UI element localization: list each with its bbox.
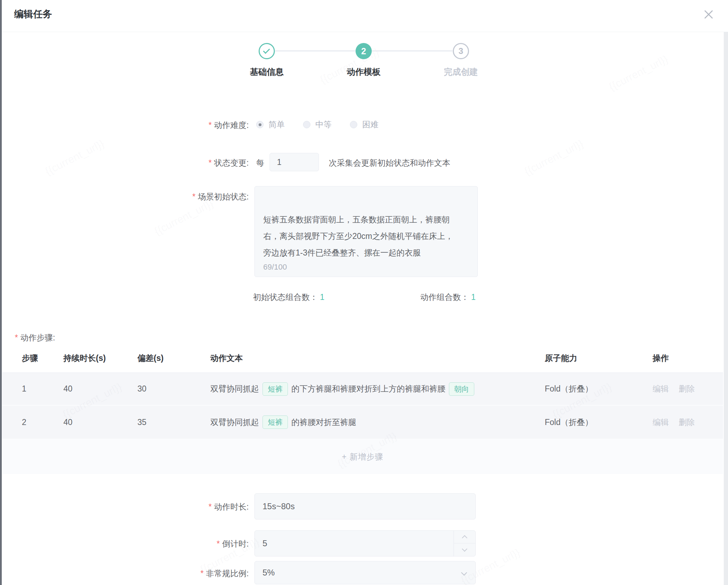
watermark: {{current_url}} [607,53,670,93]
watermark: {{current_url}} [43,137,106,178]
orientation-tag: 朝向 [449,382,474,396]
deviation-value: 30 [137,373,147,405]
step-2-label: 动作模板 [347,66,381,78]
action-combo-count: 动作组合数：1 [420,292,476,303]
state-change-input[interactable]: 1 [270,153,319,171]
col-header-action-text: 动作文本 [210,353,243,364]
required-asterisk: * [200,569,204,578]
required-asterisk: * [209,502,212,511]
row-operations: 编辑 删除 [653,406,695,439]
state-change-suffix: 次采集会更新初始状态和动作文本 [329,158,450,168]
action-steps-label: *动作步骤: [15,332,55,343]
col-header-deviation: 偏差(s) [137,353,164,364]
number-spinner [454,531,475,556]
col-header-operations: 操作 [653,353,669,364]
action-steps-table: 步骤 持续时长(s) 偏差(s) 动作文本 原子能力 操作 1 40 30 双臂… [2,351,723,474]
table-row: 1 40 30 双臂协同抓起 短裤 的下方裤腿和裤腰对折到上方的裤腿和裤腰 朝向… [2,373,723,406]
difficulty-label: *动作难度: [148,120,249,131]
edit-link[interactable]: 编辑 [653,383,669,394]
table-row: 2 40 35 双臂协同抓起 短裤 的裤腰对折至裤腿 Fold（折叠） 编辑 删… [2,406,723,439]
countdown-value: 5 [263,538,267,548]
row-operations: 编辑 删除 [653,373,695,405]
col-header-step: 步骤 [22,353,38,364]
step-1-circle [259,43,275,59]
required-asterisk: * [209,158,212,167]
chevron-down-icon [461,570,467,576]
check-icon [263,47,270,54]
page-background-strip [724,32,728,585]
step-2-number: 2 [361,46,366,56]
required-asterisk: * [217,539,220,548]
duration-value: 40 [63,406,73,439]
chevron-down-icon [462,546,468,552]
required-asterisk: * [192,192,196,201]
action-combo-value: 1 [471,292,476,302]
object-tag: 短裤 [263,415,288,429]
dialog-title: 编辑任务 [14,8,52,20]
radio-medium[interactable]: 中等 [303,119,332,130]
radio-icon [303,121,310,128]
spinner-down-button[interactable] [454,543,475,556]
state-change-prefix: 每 [256,158,264,168]
step-1-label: 基础信息 [250,66,284,78]
action-text: 双臂协同抓起 短裤 的下方裤腿和裤腰对折到上方的裤腿和裤腰 朝向 [210,373,543,405]
object-tag: 短裤 [263,382,288,396]
add-step-row: + 新增步骤 [2,439,723,474]
chevron-up-icon [462,535,468,541]
difficulty-radio-group: 简单 中等 困难 [256,119,378,130]
scene-initial-state-textarea[interactable]: 短裤五条数据背面朝上，五条数据正面朝上，裤腰朝 右，离头部视野下方至少20cm之… [254,186,478,277]
stepper-connector-2 [372,50,452,51]
radio-selected-icon [256,121,264,128]
radio-icon [350,121,357,128]
required-asterisk: * [209,121,212,130]
step-3-circle: 3 [453,43,469,59]
close-icon[interactable] [703,8,715,20]
required-asterisk: * [15,333,18,342]
deviation-value: 35 [137,406,147,439]
stepper-connector-1 [275,50,355,51]
table-header-row: 步骤 持续时长(s) 偏差(s) 动作文本 原子能力 操作 [2,351,723,373]
radio-easy[interactable]: 简单 [256,119,285,130]
edit-link[interactable]: 编辑 [653,417,669,428]
action-duration-input[interactable]: 15s~80s [254,493,476,519]
step-number: 2 [22,406,26,439]
action-duration-label: *动作时长: [148,501,249,512]
add-step-button[interactable]: + 新增步骤 [342,451,383,462]
countdown-input[interactable]: 5 [254,530,476,556]
window-left-edge [0,0,2,585]
countdown-label: *倒计时: [148,538,249,549]
delete-link[interactable]: 删除 [679,417,695,428]
watermark: {{current_url}} [522,137,585,178]
header-divider [0,32,728,32]
step-number: 1 [22,373,26,405]
spinner-up-button[interactable] [454,531,475,543]
capability-value: Fold（折叠） [545,406,593,439]
initial-state-combo-count: 初始状态组合数：1 [253,292,325,303]
duration-value: 40 [63,373,73,405]
scene-initial-state-label: *场景初始状态: [148,191,249,202]
col-header-duration: 持续时长(s) [63,353,106,364]
scene-initial-state-text: 短裤五条数据背面朝上，五条数据正面朝上，裤腰朝 右，离头部视野下方至少20cm之… [263,215,453,257]
step-3-label: 完成创建 [444,66,478,78]
watermark: {{current_url}} [152,197,215,238]
radio-hard[interactable]: 困难 [350,119,378,130]
step-2-circle: 2 [356,43,372,59]
char-counter: 69/100 [263,263,287,272]
unconventional-ratio-select[interactable]: 5% [254,561,476,584]
edit-task-dialog: {{current_url}} {{current_url}} {{curren… [0,0,728,585]
col-header-capability: 原子能力 [545,353,577,364]
state-change-label: *状态变更: [148,158,249,168]
unconventional-ratio-label: *非常规比例: [148,568,249,579]
step-3-number: 3 [458,46,463,56]
capability-value: Fold（折叠） [545,373,593,405]
initial-combo-value: 1 [320,292,325,302]
ratio-value: 5% [263,568,275,577]
action-text: 双臂协同抓起 短裤 的裤腰对折至裤腿 [210,406,543,439]
delete-link[interactable]: 删除 [679,383,695,394]
